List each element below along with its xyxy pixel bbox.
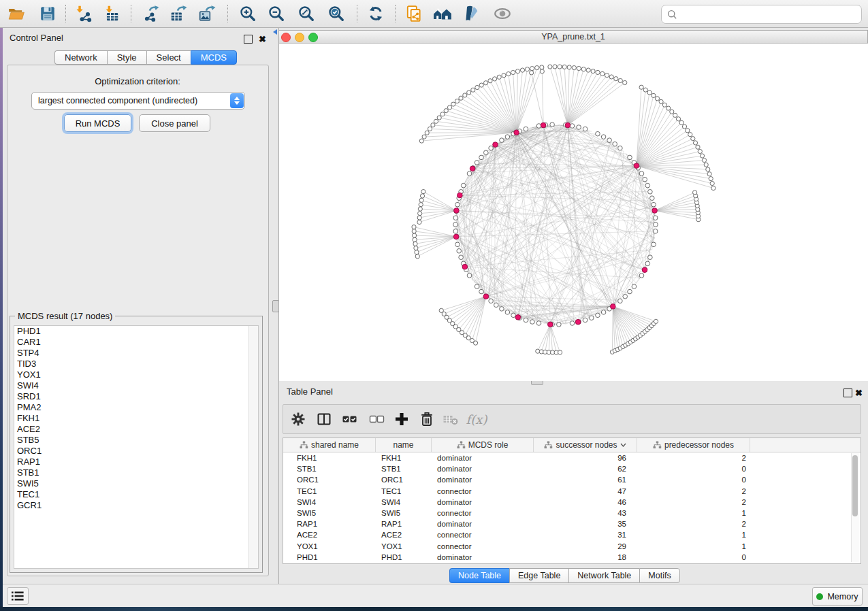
table-row[interactable]: PHD1PHD1dominator180 [283, 552, 861, 563]
tab-network[interactable]: Network [54, 50, 107, 65]
mcds-hub-node[interactable] [515, 315, 521, 320]
result-node-item[interactable]: SWI4 [14, 380, 258, 391]
leaf-node[interactable] [693, 141, 697, 145]
ring-node[interactable] [652, 242, 656, 247]
leaf-node[interactable] [412, 229, 416, 233]
save-session-button[interactable] [37, 3, 59, 24]
ring-node[interactable] [505, 310, 510, 315]
result-node-item[interactable]: FKH1 [14, 413, 258, 424]
leaf-node[interactable] [586, 68, 590, 72]
tab-select[interactable]: Select [146, 50, 191, 65]
ring-node[interactable] [648, 190, 653, 195]
table-settings-button[interactable] [289, 410, 308, 429]
leaf-node[interactable] [618, 78, 622, 82]
leaf-node[interactable] [417, 216, 421, 220]
leaf-node[interactable] [422, 135, 426, 139]
mcds-hub-node[interactable] [470, 166, 475, 171]
leaf-node[interactable] [479, 83, 483, 87]
leaf-node[interactable] [412, 225, 416, 229]
leaf-node[interactable] [459, 96, 463, 100]
leaf-node[interactable] [670, 110, 674, 114]
split-columns-button[interactable] [315, 410, 334, 429]
ring-node[interactable] [583, 127, 588, 131]
mcds-hub-node[interactable] [652, 208, 658, 214]
leaf-node[interactable] [535, 66, 539, 70]
ring-node[interactable] [536, 124, 541, 129]
ring-node[interactable] [623, 294, 628, 299]
result-node-item[interactable]: TEC1 [14, 489, 258, 500]
table-row[interactable]: STB1STB1dominator620 [283, 463, 861, 474]
leaf-node[interactable] [451, 102, 455, 106]
table-scrollbar-thumb[interactable] [852, 455, 858, 516]
search-input[interactable] [677, 7, 861, 21]
leaf-node[interactable] [591, 69, 595, 73]
leaf-node[interactable] [530, 67, 534, 71]
ring-node[interactable] [601, 135, 606, 139]
mcds-hub-node[interactable] [611, 304, 616, 310]
leaf-node[interactable] [540, 65, 544, 69]
function-builder-button[interactable]: f(x) [464, 410, 489, 429]
leaf-node[interactable] [415, 250, 419, 254]
leaf-node[interactable] [413, 237, 417, 242]
leaf-node[interactable] [696, 145, 700, 149]
share-network-button[interactable] [403, 3, 425, 24]
leaf-node[interactable] [475, 85, 479, 89]
leaf-node[interactable] [600, 71, 605, 76]
ring-node[interactable] [632, 284, 637, 289]
ring-node[interactable] [494, 303, 499, 308]
leaf-node[interactable] [700, 154, 704, 158]
ring-node[interactable] [596, 131, 600, 136]
mcds-result-list[interactable]: PHD1CAR1STP4TID3YOX1SWI4SRD1PMA2FKH1ACE2… [14, 325, 259, 569]
table-row[interactable]: TEC1TEC1connector472 [283, 486, 861, 497]
leaf-node[interactable] [686, 129, 690, 133]
table-row[interactable]: YOX1YOX1connector291 [283, 541, 861, 552]
ring-node[interactable] [639, 171, 644, 176]
ring-node[interactable] [590, 316, 594, 320]
import-table-button[interactable] [101, 3, 123, 24]
leaf-node[interactable] [605, 73, 609, 78]
leaf-node[interactable] [497, 75, 501, 79]
leaf-node[interactable] [428, 127, 432, 131]
leaf-node[interactable] [431, 123, 435, 127]
ring-node[interactable] [467, 274, 472, 278]
hide-labels-button[interactable] [460, 3, 482, 24]
leaf-node[interactable] [682, 125, 686, 129]
ring-node[interactable] [639, 274, 644, 278]
leaf-node[interactable] [467, 90, 471, 95]
ring-node[interactable] [489, 299, 494, 303]
leaf-node[interactable] [666, 106, 671, 110]
leaf-node[interactable] [702, 158, 706, 162]
tab-mcds[interactable]: MCDS [191, 50, 237, 65]
show-graphics-details-button[interactable] [492, 3, 513, 24]
refresh-layout-button[interactable] [365, 3, 387, 24]
result-node-item[interactable]: CAR1 [14, 337, 258, 348]
tab-style[interactable]: Style [107, 50, 146, 65]
ring-node[interactable] [648, 255, 653, 260]
leaf-node[interactable] [463, 93, 467, 97]
ring-node[interactable] [570, 124, 575, 129]
result-node-item[interactable]: SRD1 [14, 391, 258, 402]
leaf-node[interactable] [558, 350, 562, 354]
export-table-button[interactable] [167, 3, 189, 24]
ring-node[interactable] [524, 318, 528, 323]
control-panel-close-icon[interactable]: ✖ [259, 35, 266, 44]
leaf-node[interactable] [418, 207, 422, 211]
control-panel-float-icon[interactable] [244, 35, 253, 44]
add-entry-button[interactable] [392, 410, 411, 429]
leaf-node[interactable] [654, 319, 658, 323]
ring-node[interactable] [601, 310, 606, 315]
mcds-hub-node[interactable] [548, 322, 553, 327]
ring-node[interactable] [653, 229, 658, 234]
ring-node[interactable] [475, 161, 479, 165]
leaf-node[interactable] [444, 109, 448, 113]
result-node-item[interactable]: STP4 [14, 348, 258, 359]
ring-node[interactable] [453, 222, 458, 227]
ring-node[interactable] [459, 255, 464, 260]
leaf-node[interactable] [417, 220, 421, 224]
leaf-node[interactable] [652, 93, 656, 97]
table-row[interactable]: SWI5SWI5connector431 [283, 508, 861, 518]
criterion-select[interactable]: largest connected component (undirected) [31, 92, 245, 110]
export-image-button[interactable] [196, 3, 218, 24]
memory-button[interactable]: Memory [812, 587, 863, 606]
result-node-item[interactable]: ORC1 [14, 446, 258, 457]
